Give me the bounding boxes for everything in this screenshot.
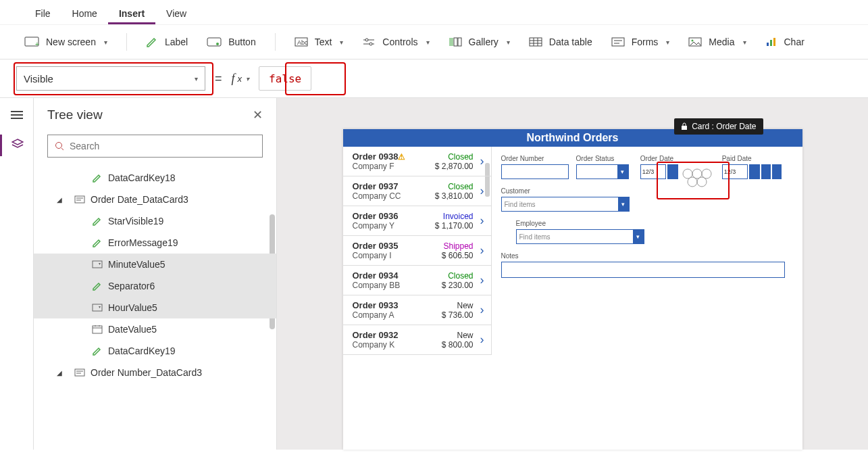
svg-rect-2: [207, 38, 221, 46]
media-button[interactable]: Media▾: [688, 37, 746, 47]
chevron-down-icon: ▾: [666, 39, 669, 46]
treeview-rail-button[interactable]: [0, 135, 33, 156]
pencil-icon: [92, 238, 103, 247]
form-icon: [74, 368, 85, 377]
order-row[interactable]: Order 0938⚠Company FClosed$ 2,870.00›: [343, 147, 491, 176]
left-rail: [0, 98, 34, 450]
chevron-right-icon: ›: [480, 303, 484, 317]
tree-item[interactable]: ◢Order Date_DataCard3: [34, 189, 276, 210]
tree-view-title: Tree view: [47, 108, 103, 122]
tree-item-label: StarVisible19: [108, 216, 163, 226]
tab-home[interactable]: Home: [61, 4, 108, 24]
order-row[interactable]: Order 0935Company IShipped$ 606.50›: [343, 236, 491, 266]
tree-item[interactable]: MinuteValue5: [34, 254, 276, 275]
tab-file[interactable]: File: [24, 4, 61, 24]
svg-rect-13: [530, 38, 542, 46]
order-id: Order 0935: [353, 241, 442, 251]
tree-item[interactable]: Separator6: [34, 275, 276, 297]
tab-insert[interactable]: Insert: [108, 4, 155, 24]
order-row[interactable]: Order 0932Company KNew$ 800.00›: [343, 325, 491, 355]
tree-item[interactable]: DateValue5: [34, 318, 276, 340]
close-icon[interactable]: ✕: [253, 108, 263, 122]
svg-text:+: +: [35, 41, 39, 47]
pencil-icon: [92, 216, 103, 226]
dropdown-icon: [92, 303, 103, 312]
order-id: Order 0933: [353, 300, 442, 310]
chevron-right-icon: ›: [480, 243, 484, 258]
select-customer[interactable]: Find items▾: [501, 197, 630, 212]
select-employee[interactable]: Find items▾: [516, 229, 644, 244]
paid-extra-1[interactable]: [761, 164, 771, 179]
label-order-number: Order Number: [501, 155, 569, 162]
property-selector[interactable]: Visible▾: [16, 66, 205, 91]
search-icon: [55, 141, 64, 151]
chevron-down-icon: ▾: [743, 39, 746, 46]
tree-item[interactable]: DataCardKey19: [34, 340, 276, 362]
new-screen-button[interactable]: + New screen▾: [24, 37, 107, 47]
formula-input[interactable]: false: [259, 66, 311, 91]
tab-view[interactable]: View: [155, 4, 197, 24]
tree-item[interactable]: StarVisible19: [34, 210, 276, 232]
tree-search[interactable]: [47, 135, 263, 158]
svg-rect-31: [93, 261, 102, 268]
equals-sign: =: [215, 72, 222, 86]
controls-button[interactable]: Controls▾: [362, 37, 429, 47]
tree-item-label: DataCardKey18: [108, 172, 176, 183]
order-form: Order Number Order Status Order Date 12/…: [492, 147, 802, 355]
order-status: New: [442, 331, 474, 340]
gallery-button[interactable]: Gallery▾: [449, 37, 510, 47]
charts-button[interactable]: Char: [765, 37, 805, 47]
order-amount: $ 3,810.00: [435, 191, 474, 201]
button-button[interactable]: Button: [207, 37, 255, 47]
search-input[interactable]: [70, 141, 255, 151]
ribbon-tabs: File Home Insert View: [0, 0, 868, 25]
input-paid-date[interactable]: 12/3: [722, 164, 748, 179]
chevron-down-icon: ▾: [507, 39, 510, 46]
order-company: Company I: [353, 251, 442, 260]
tree-list: DataCardKey18◢Order Date_DataCard3StarVi…: [34, 167, 276, 450]
label-notes: Notes: [501, 252, 788, 260]
tree-item[interactable]: ◢Order Number_DataCard3: [34, 362, 276, 383]
order-row[interactable]: Order 0933Company ANew$ 736.00›: [343, 295, 491, 325]
order-status: New: [442, 301, 474, 310]
svg-rect-25: [773, 38, 775, 46]
tree-item[interactable]: HourValue5: [34, 297, 276, 318]
app-preview: Card : Order Date Northwind Orders Order…: [343, 129, 802, 450]
input-order-date[interactable]: 12/3: [640, 164, 666, 179]
order-status: Invoiced: [435, 212, 474, 221]
datatable-button[interactable]: Data table: [529, 37, 592, 47]
tree-view-panel: Tree view ✕ DataCardKey18◢Order Date_Dat…: [34, 98, 277, 450]
svg-text:Abc: Abc: [297, 39, 308, 46]
fx-button[interactable]: fx ▾: [232, 72, 250, 86]
calendar-button-2[interactable]: [749, 164, 760, 179]
text-button[interactable]: Abc Text▾: [295, 37, 344, 47]
dropdown-icon: [92, 260, 103, 269]
order-row[interactable]: Order 0936Company YInvoiced$ 1,170.00›: [343, 206, 491, 236]
order-id: Order 0937: [353, 181, 435, 191]
label-paid-date: Paid Date: [722, 155, 783, 162]
order-row[interactable]: Order 0937Company CCClosed$ 3,810.00›: [343, 176, 491, 206]
image-icon: [688, 37, 702, 47]
svg-rect-33: [93, 326, 102, 333]
calendar-button[interactable]: [667, 164, 678, 179]
tree-item-label: Order Date_DataCard3: [91, 194, 188, 205]
select-order-status[interactable]: [576, 164, 629, 179]
screen-icon: +: [24, 37, 39, 47]
paid-extra-2[interactable]: [772, 164, 782, 179]
tree-item[interactable]: ErrorMessage19: [34, 232, 276, 254]
label-button[interactable]: Label: [146, 37, 188, 47]
input-order-number[interactable]: [501, 164, 569, 179]
order-company: Company CC: [353, 191, 435, 201]
canvas: Card : Order Date Northwind Orders Order…: [277, 98, 868, 450]
forms-button[interactable]: Forms▾: [611, 37, 670, 47]
form-icon: [611, 37, 625, 47]
chevron-right-icon: ›: [480, 273, 484, 287]
input-notes[interactable]: [501, 262, 785, 278]
form-icon: [74, 195, 85, 204]
hamburger-icon[interactable]: [11, 109, 23, 121]
order-amount: $ 230.00: [442, 281, 474, 290]
order-row[interactable]: Order 0934Company BBClosed$ 230.00›: [343, 266, 491, 295]
svg-rect-32: [93, 304, 102, 311]
tree-item-label: ErrorMessage19: [108, 237, 178, 248]
tree-item[interactable]: DataCardKey18: [34, 167, 276, 189]
